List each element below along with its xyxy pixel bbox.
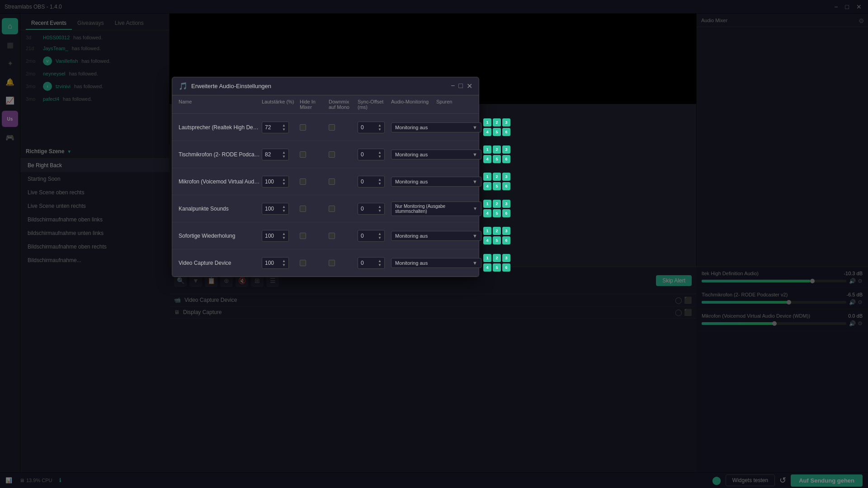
volume-input-4[interactable]: 100 ▲▼ — [262, 203, 289, 215]
monitoring-select-3[interactable]: Monitoring aus ▼ — [391, 177, 481, 187]
modal-titlebar: 🎵 Erweiterte Audio-Einstellungen − □ ✕ — [172, 77, 479, 95]
modal-minimize-button[interactable]: − — [451, 82, 455, 90]
col-monitoring: Audio-Monitoring — [391, 99, 434, 110]
modal-table: Name Lautstärke (%) Hide In Mixer Downmi… — [172, 95, 479, 277]
audio-settings-icon: 🎵 — [179, 82, 188, 90]
track-buttons-3: 1 2 3 4 5 6 — [483, 173, 519, 190]
col-tracks: Spuren — [436, 99, 472, 110]
track-buttons-1: 1 2 3 4 5 6 — [483, 118, 519, 136]
volume-input-2[interactable]: 82 ▲▼ — [262, 149, 289, 160]
modal-maximize-button[interactable]: □ — [458, 82, 463, 90]
track-buttons-6: 1 2 3 4 5 6 — [483, 254, 519, 272]
monitoring-select-4[interactable]: Nur Monitoring (Ausgabe stummschalten) ▼ — [391, 202, 481, 216]
sync-offset-1[interactable]: 0 ▲▼ — [358, 122, 385, 133]
downmix-checkbox-5[interactable] — [329, 233, 335, 239]
downmix-checkbox-3[interactable] — [329, 178, 335, 185]
table-row: Lautsprecher (Realtek High Defi.... 72 ▲… — [172, 114, 479, 141]
col-hide: Hide In Mixer — [300, 99, 327, 110]
col-downmix: Downmix auf Mono — [329, 99, 356, 110]
volume-input-5[interactable]: 100 ▲▼ — [262, 230, 289, 242]
track-buttons-4: 1 2 3 4 5 6 — [483, 200, 519, 217]
downmix-checkbox-4[interactable] — [329, 206, 335, 212]
downmix-checkbox-1[interactable] — [329, 124, 335, 131]
col-name: Name — [179, 99, 260, 110]
table-row: Mikrofon (Voicemod Virtual Aud.... 100 ▲… — [172, 168, 479, 195]
table-row: Kanalpunkte Sounds 100 ▲▼ 0 ▲▼ Nur Monit… — [172, 195, 479, 222]
sync-offset-3[interactable]: 0 ▲▼ — [358, 176, 385, 188]
hide-mixer-checkbox-6[interactable] — [300, 260, 306, 266]
table-row: Sofortige Wiederholung 100 ▲▼ 0 ▲▼ Monit… — [172, 222, 479, 249]
sync-offset-5[interactable]: 0 ▲▼ — [358, 230, 385, 242]
monitoring-select-2[interactable]: Monitoring aus ▼ — [391, 150, 481, 160]
monitoring-select-6[interactable]: Monitoring aus ▼ — [391, 258, 481, 268]
hide-mixer-checkbox-2[interactable] — [300, 151, 306, 158]
monitoring-select-1[interactable]: Monitoring aus ▼ — [391, 122, 481, 132]
table-row: Tischmikrofon (2- RODE Podcas.... 82 ▲▼ … — [172, 141, 479, 168]
sync-offset-6[interactable]: 0 ▲▼ — [358, 257, 385, 269]
downmix-checkbox-6[interactable] — [329, 260, 335, 266]
modal-controls: − □ ✕ — [451, 82, 472, 90]
table-header: Name Lautstärke (%) Hide In Mixer Downmi… — [172, 95, 479, 114]
col-volume: Lautstärke (%) — [262, 99, 298, 110]
hide-mixer-checkbox-1[interactable] — [300, 124, 306, 131]
volume-input-6[interactable]: 100 ▲▼ — [262, 257, 289, 269]
sync-offset-2[interactable]: 0 ▲▼ — [358, 149, 385, 160]
table-row: Video Capture Device 100 ▲▼ 0 ▲▼ Monitor… — [172, 249, 479, 277]
hide-mixer-checkbox-5[interactable] — [300, 233, 306, 239]
track-buttons-2: 1 2 3 4 5 6 — [483, 145, 519, 163]
monitoring-select-5[interactable]: Monitoring aus ▼ — [391, 231, 481, 241]
audio-settings-modal: 🎵 Erweiterte Audio-Einstellungen − □ ✕ N… — [172, 77, 479, 277]
col-sync: Sync-Offset (ms) — [358, 99, 389, 110]
track-buttons-5: 1 2 3 4 5 6 — [483, 227, 519, 244]
modal-close-button[interactable]: ✕ — [467, 82, 472, 90]
sync-offset-4[interactable]: 0 ▲▼ — [358, 203, 385, 215]
hide-mixer-checkbox-4[interactable] — [300, 206, 306, 212]
volume-input-1[interactable]: 72 ▲▼ — [262, 122, 289, 133]
modal-title: 🎵 Erweiterte Audio-Einstellungen — [179, 82, 271, 90]
volume-input-3[interactable]: 100 ▲▼ — [262, 176, 289, 188]
downmix-checkbox-2[interactable] — [329, 151, 335, 158]
hide-mixer-checkbox-3[interactable] — [300, 178, 306, 185]
